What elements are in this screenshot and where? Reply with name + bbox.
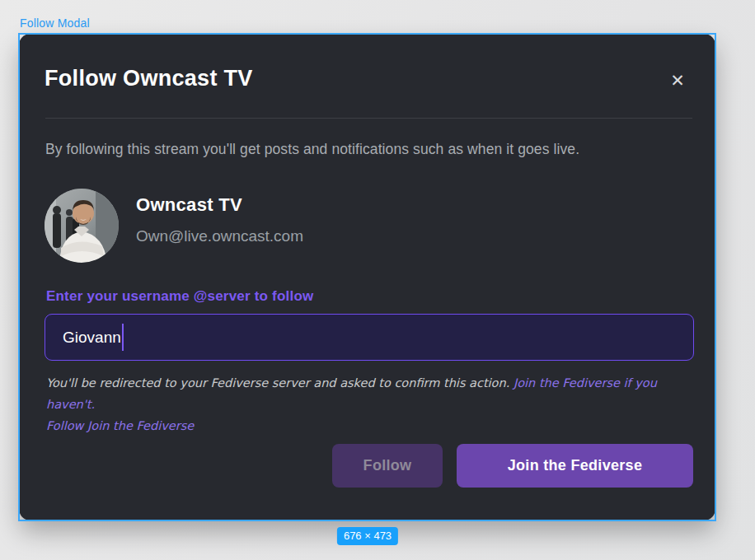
username-input[interactable]: Giovann bbox=[45, 314, 694, 361]
close-button[interactable]: ✕ bbox=[666, 68, 689, 91]
follow-button[interactable]: Follow bbox=[332, 444, 443, 488]
account-info: Owncast TV Own@live.owncast.com bbox=[136, 189, 303, 245]
modal-title: Follow Owncast TV bbox=[45, 66, 253, 91]
avatar bbox=[45, 189, 119, 263]
header-divider bbox=[45, 118, 692, 119]
close-icon: ✕ bbox=[670, 72, 685, 89]
helper-text: You'll be redirected to your Fediverse s… bbox=[46, 372, 697, 436]
modal-description: By following this stream you'll get post… bbox=[45, 141, 579, 158]
follow-modal: Follow Owncast TV ✕ By following this st… bbox=[19, 34, 715, 520]
username-value: Giovann bbox=[63, 329, 121, 347]
account-address: Own@live.owncast.com bbox=[136, 227, 303, 245]
account-row: Owncast TV Own@live.owncast.com bbox=[45, 189, 303, 263]
frame-label[interactable]: Follow Modal bbox=[20, 16, 90, 30]
username-label: Enter your username @server to follow bbox=[46, 288, 313, 305]
dimension-badge: 676 × 473 bbox=[337, 527, 398, 545]
button-row: Follow Join the Fediverse bbox=[332, 444, 693, 488]
text-caret bbox=[122, 324, 124, 351]
follow-join-links[interactable]: Follow Join the Fediverse bbox=[46, 415, 697, 436]
helper-static: You'll be redirected to your Fediverse s… bbox=[46, 376, 513, 390]
join-fediverse-button[interactable]: Join the Fediverse bbox=[457, 444, 693, 488]
account-name: Owncast TV bbox=[136, 194, 303, 216]
